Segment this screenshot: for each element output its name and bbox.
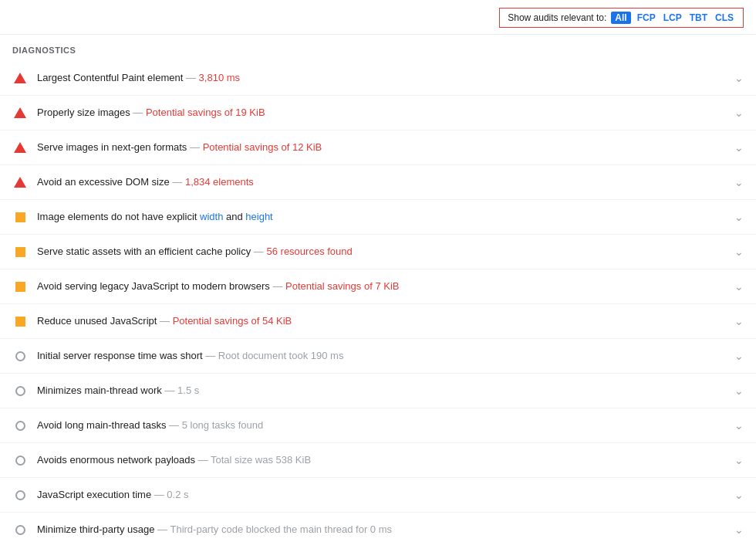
table-row: Reduce unused JavaScript — Potential sav…	[0, 304, 756, 339]
audit-text: Avoids enormous network payloads — Total…	[37, 453, 725, 467]
table-row: Serve images in next-gen formats — Poten…	[0, 130, 756, 165]
audit-label: JavaScript execution time	[37, 489, 151, 500]
audit-value: Potential savings of 54 KiB	[173, 315, 292, 327]
audit-text: Largest Contentful Paint element — 3,810…	[37, 71, 725, 85]
audit-detail: — 1.5 s	[164, 384, 199, 396]
pass-icon	[12, 452, 28, 468]
audit-label: Initial server response time was short	[37, 350, 203, 361]
audit-text: Avoid long main-thread tasks — 5 long ta…	[37, 418, 725, 432]
top-bar: Show audits relevant to: All FCP LCP TBT…	[0, 0, 756, 35]
audit-detail: —	[186, 72, 199, 83]
audit-detail: — Third-party code blocked the main thre…	[157, 523, 392, 535]
table-row: Avoid long main-thread tasks — 5 long ta…	[0, 408, 756, 443]
audit-detail: —	[254, 246, 267, 257]
table-row: Image elements do not have explicit widt…	[0, 200, 756, 235]
filter-btn-all[interactable]: All	[611, 12, 630, 24]
caution-icon	[12, 279, 28, 294]
audit-text: Image elements do not have explicit widt…	[37, 210, 725, 224]
audit-detail: —	[172, 176, 185, 188]
audit-value: 56 resources found	[266, 246, 352, 257]
audit-text: Serve images in next-gen formats — Poten…	[37, 141, 725, 154]
chevron-down-icon[interactable]: ⌄	[734, 72, 744, 84]
chevron-down-icon[interactable]: ⌄	[734, 315, 744, 327]
pass-icon	[12, 487, 28, 503]
audit-label: Avoid serving legacy JavaScript to moder…	[37, 280, 270, 292]
audit-detail: —	[160, 315, 173, 327]
audit-label: Minimize third-party usage	[37, 523, 154, 535]
table-row: Initial server response time was short —…	[0, 339, 756, 374]
audit-value: Potential savings of 19 KiB	[146, 107, 265, 118]
audit-text: Avoid an excessive DOM size — 1,834 elem…	[37, 175, 725, 189]
audit-value: Potential savings of 7 KiB	[285, 280, 399, 292]
audit-label: Largest Contentful Paint element	[37, 72, 183, 83]
table-row: Largest Contentful Paint element — 3,810…	[0, 61, 756, 96]
filter-label: Show audits relevant to:	[508, 12, 606, 23]
chevron-down-icon[interactable]: ⌄	[734, 523, 744, 536]
caution-icon	[12, 244, 28, 259]
audit-label: Avoids enormous network payloads	[37, 454, 195, 466]
chevron-down-icon[interactable]: ⌄	[734, 454, 744, 466]
filter-btn-cls[interactable]: CLS	[714, 12, 735, 23]
pass-icon	[12, 383, 28, 398]
audit-detail: — Root document took 190 ms	[205, 350, 343, 361]
audit-filter-box: Show audits relevant to: All FCP LCP TBT…	[499, 8, 744, 28]
table-row: Avoid an excessive DOM size — 1,834 elem…	[0, 165, 756, 200]
table-row: Minimize third-party usage — Third-party…	[0, 513, 756, 542]
table-row: Properly size images — Potential savings…	[0, 96, 756, 130]
chevron-down-icon[interactable]: ⌄	[734, 419, 744, 432]
table-row: Serve static assets with an efficient ca…	[0, 235, 756, 269]
audit-text: Serve static assets with an efficient ca…	[37, 245, 725, 259]
pass-icon	[12, 348, 28, 364]
pass-icon	[12, 522, 28, 537]
audit-list: Largest Contentful Paint element — 3,810…	[0, 61, 756, 542]
audit-detail: — Total size was 538 KiB	[198, 454, 311, 466]
audit-detail: —	[190, 141, 203, 153]
audit-value: 1,834 elements	[185, 176, 254, 188]
table-row: Minimizes main-thread work — 1.5 s ⌄	[0, 374, 756, 408]
audit-label: Minimizes main-thread work	[37, 384, 162, 396]
audit-label: Reduce unused JavaScript	[37, 315, 157, 327]
table-row: JavaScript execution time — 0.2 s ⌄	[0, 478, 756, 513]
audit-value: Potential savings of 12 KiB	[203, 141, 322, 153]
audit-label: Serve static assets with an efficient ca…	[37, 246, 251, 257]
filter-btn-lcp[interactable]: LCP	[662, 12, 683, 23]
chevron-down-icon[interactable]: ⌄	[734, 176, 744, 188]
audit-detail: — 0.2 s	[154, 489, 189, 500]
chevron-down-icon[interactable]: ⌄	[734, 211, 744, 223]
width-link[interactable]: width	[200, 211, 223, 222]
warning-icon	[12, 105, 28, 120]
chevron-down-icon[interactable]: ⌄	[734, 280, 744, 293]
caution-icon	[12, 313, 28, 329]
audit-label: Properly size images	[37, 107, 130, 118]
pass-icon	[12, 418, 28, 433]
warning-icon	[12, 140, 28, 155]
audit-detail: — 5 long tasks found	[169, 419, 263, 431]
audit-text: Minimizes main-thread work — 1.5 s	[37, 384, 725, 398]
audit-label: Avoid long main-thread tasks	[37, 419, 166, 431]
height-link[interactable]: height	[245, 211, 272, 222]
chevron-down-icon[interactable]: ⌄	[734, 246, 744, 258]
filter-btn-fcp[interactable]: FCP	[636, 12, 657, 23]
filter-btn-tbt[interactable]: TBT	[688, 12, 709, 23]
chevron-down-icon[interactable]: ⌄	[734, 350, 744, 362]
chevron-down-icon[interactable]: ⌄	[734, 489, 744, 501]
chevron-down-icon[interactable]: ⌄	[734, 141, 744, 154]
audit-text: Minimize third-party usage — Third-party…	[37, 523, 725, 537]
audit-label: Avoid an excessive DOM size	[37, 176, 170, 188]
audit-text: Reduce unused JavaScript — Potential sav…	[37, 314, 725, 328]
audit-text: Properly size images — Potential savings…	[37, 106, 725, 120]
audit-value: 3,810 ms	[199, 72, 240, 83]
caution-icon	[12, 209, 28, 225]
warning-icon	[12, 174, 28, 190]
audit-text: JavaScript execution time — 0.2 s	[37, 488, 725, 502]
chevron-down-icon[interactable]: ⌄	[734, 384, 744, 397]
table-row: Avoids enormous network payloads — Total…	[0, 443, 756, 478]
audit-detail: —	[272, 280, 285, 292]
section-title: DIAGNOSTICS	[0, 35, 756, 61]
chevron-down-icon[interactable]: ⌄	[734, 107, 744, 119]
table-row: Avoid serving legacy JavaScript to moder…	[0, 269, 756, 304]
audit-label: Image elements do not have explicit	[37, 211, 200, 222]
warning-icon	[12, 70, 28, 86]
audit-text: Avoid serving legacy JavaScript to moder…	[37, 279, 725, 293]
audit-label-and: and	[226, 211, 245, 222]
